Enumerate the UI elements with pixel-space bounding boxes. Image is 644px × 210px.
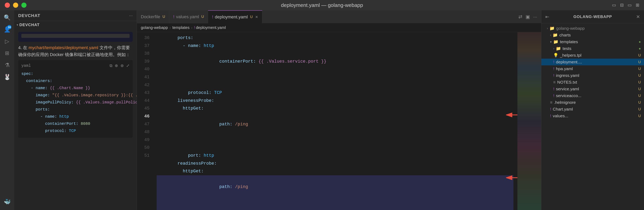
flask-icon: ⚗ [5,62,10,68]
values-label: values.yaml [176,14,199,20]
copy-button[interactable]: ⧉ [110,63,112,68]
helpers-badge: U [638,53,641,58]
traffic-lights [5,3,26,8]
activity-rabbit[interactable]: 🐰 [2,72,12,82]
arrow-annotation-1 [514,38,518,58]
titlebar-icons: ▭ ⊟ ▭ ⊞ [612,3,639,8]
expand-button[interactable]: ⤢ [126,63,130,68]
activity-run[interactable]: ▷ [2,36,12,46]
titlebar: deployment.yaml — golang-webapp ▭ ⊟ ▭ ⊞ [0,0,644,10]
file-item-values[interactable]: ! values... U [541,113,644,119]
sidebar-left-icon[interactable]: ▭ [612,3,616,8]
file-label-tests: tests [562,46,636,51]
file-item-hpa[interactable]: ! hpa.yaml U [541,65,644,72]
chevron-down-icon: ▾ [16,23,18,27]
dockerfile-badge: U [162,15,165,19]
editor-line-40: livenessProbe: [157,97,514,105]
editor-layout-icon[interactable]: ▣ [526,14,530,20]
file-explorer-close-button[interactable]: ✕ [636,14,640,20]
file-label-helmignore: .helmignore [554,100,636,105]
copy-to-left-button[interactable]: ⇤ [545,14,549,20]
deployment-file-badge: U [638,60,641,64]
tab-values[interactable]: ! values.yaml U [169,10,208,23]
sidebar-menu-button[interactable]: ··· [129,13,133,18]
file-item-helmignore[interactable]: ≡ .helmignore U [541,99,644,106]
txt-icon: ≡ [553,80,556,85]
activity-search[interactable]: 🔍 [2,12,12,23]
file-item-helpers[interactable]: 💡 _helpers.tpl U [541,52,644,59]
chevron-right-icon: › [547,27,548,30]
folder-icon-templates: 📁 [553,40,558,44]
file-item-templates[interactable]: ▾ 📁 templates ● [541,39,644,45]
yaml-exclaim-icon-serviceacco: ! [553,93,554,98]
breadcrumb-templates: templates [172,25,190,30]
file-explorer-header: ⇤ GOLANG-WEBAPP ✕ [541,10,644,23]
file-label-helpers: _helpers.tpl [560,53,636,58]
gitignore-icon: ≡ [550,100,552,105]
tab-bar: Dockerfile U ! values.yaml U ! deploymen… [137,10,541,23]
file-item-deployment[interactable]: ! deployment.... U [541,59,644,65]
file-explorer: ⇤ GOLANG-WEBAPP ✕ › 📁 golang-webapp › 📁 … [541,10,644,210]
yaml-exclaim-icon-service: ! [553,87,554,91]
file-item-notes[interactable]: ≡ NOTES.txt U [541,79,644,86]
activity-extensions[interactable]: ⊞ [2,48,12,58]
sidebar-title: DEVCHAT [18,13,40,18]
folder-icon-tests: 📁 [556,46,561,51]
minimize-button[interactable] [13,3,18,8]
helmignore-badge: U [638,100,641,105]
insert-button[interactable]: ⊕ [115,63,118,68]
sidebar-header: DEVCHAT ··· [14,10,137,21]
split-editor-icon[interactable]: ⇄ [518,14,522,20]
file-label-serviceacco: serviceacco... [556,93,636,98]
apply-button[interactable]: ⊛ [120,63,124,68]
layout-icon[interactable]: ⊞ [636,3,639,8]
maximize-button[interactable] [21,3,26,8]
file-item-tests[interactable]: › 📁 tests ● [541,45,644,52]
tab-dockerfile[interactable]: Dockerfile U [137,10,169,23]
file-label-chartyaml: Chart.yaml [553,107,636,112]
more-actions-icon[interactable]: ··· [533,14,537,20]
editor-layout-icon[interactable]: ⊟ [620,3,624,8]
activity-flask[interactable]: ⚗ [2,60,12,70]
activity-bar: 🔍 👤 16 ▷ ⊞ ⚗ 🐰 🐳 [0,10,14,210]
activity-docker[interactable]: 🐳 [2,196,12,207]
file-item-service[interactable]: ! service.yaml U [541,86,644,92]
editor-content[interactable]: ports: - name: http containerPort: {{ .V… [153,32,518,210]
tab-deployment[interactable]: ! deployment.yaml U ✕ [208,10,262,23]
editor-line-38: containerPort: {{ .Values.service.port }… [157,50,514,89]
editor-line-41: httpGet: [157,105,514,113]
breadcrumb-sep-1: › [170,25,171,30]
close-button[interactable] [5,3,10,8]
sidebar-section-title: DEVCHAT [20,23,40,27]
code-line-2: containers: [21,77,130,85]
arrow-annotation-3 [500,174,518,184]
code-line-8: containerPort: 8080 [21,120,130,127]
code-line-3: - name: {{ .Chart.Name }} [21,85,130,92]
yaml-exclaim-icon-chart: ! [550,107,551,112]
file-item-ingress[interactable]: ! ingress.yaml U [541,72,644,79]
activity-chat[interactable]: 👤 16 [2,24,12,35]
file-item-charts[interactable]: › 📁 charts [541,32,644,39]
yaml-exclaim-icon-ingress: ! [553,73,554,78]
yaml-exclaim-icon-values: ! [550,114,551,118]
file-explorer-title: GOLANG-WEBAPP [574,15,612,19]
chat-link: mychart/templates/deployment.yaml [29,45,98,50]
sidebar-section-header[interactable]: ▾ DEVCHAT [14,21,137,29]
chevron-right-icon: › [553,47,554,50]
editor-line-37: - name: http [157,42,514,50]
editor-line-36: ports: [157,34,514,42]
file-item-chartyaml[interactable]: ! Chart.yaml U [541,106,644,113]
file-item-root[interactable]: › 📁 golang-webapp [541,25,644,32]
editor-line-45: httpGet: [157,167,514,175]
tab-close-button[interactable]: ✕ [255,15,258,19]
file-label-deployment: deployment.... [556,60,636,64]
sidebar-right-icon[interactable]: ▭ [628,3,632,8]
breadcrumb-file: deployment.yaml [196,25,226,30]
dockerfile-label: Dockerfile [141,14,160,20]
deployment-exclaim-icon: ! [212,15,213,20]
docker-icon: 🐳 [4,198,11,205]
ingress-badge: U [638,74,641,78]
deployment-badge: U [250,15,253,19]
code-line-6: ports: [21,106,130,113]
file-item-serviceacco[interactable]: ! serviceacco... U [541,92,644,99]
